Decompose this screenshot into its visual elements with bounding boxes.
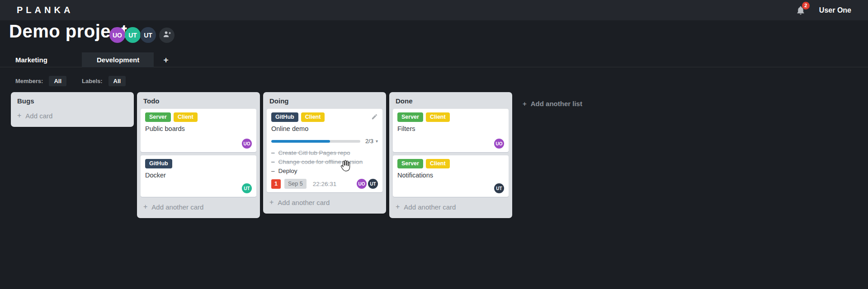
labels-row: Server Client <box>397 159 504 168</box>
tab-development[interactable]: Development <box>82 52 154 67</box>
plus-icon: + <box>523 100 527 107</box>
avatar: UT <box>242 183 252 193</box>
avatar[interactable]: UT <box>125 27 141 43</box>
add-another-card-button[interactable]: + Add another card <box>263 196 386 213</box>
task-text: Change code for offline version <box>278 158 363 167</box>
due-count-badge: 1 <box>271 179 281 189</box>
top-bar: PLANKA 2 User One <box>0 0 868 20</box>
project-members: UO UT UT <box>109 27 175 43</box>
task-list: – Create GitHub Pages repo – Change code… <box>271 149 378 176</box>
list-bugs: Bugs + Add card <box>11 92 134 127</box>
add-card-label: Add card <box>25 112 52 120</box>
card-online-demo[interactable]: GitHub Client Online demo 2/3 ▾ – Create… <box>267 109 382 192</box>
add-card-label: Add another card <box>278 199 330 206</box>
card-label: Server <box>397 112 423 122</box>
labels-row: Server Client <box>397 112 504 122</box>
avatar: UO <box>494 139 504 149</box>
avatar: UO <box>242 139 252 149</box>
avatar: UT <box>494 183 504 193</box>
plus-icon: + <box>17 112 21 120</box>
card-label: Server <box>397 159 423 168</box>
card-label: Server <box>145 112 171 122</box>
task-item: – Create GitHub Pages repo <box>271 149 378 158</box>
dash-icon: – <box>271 167 275 176</box>
avatar[interactable]: UO <box>109 27 125 43</box>
add-another-list-button[interactable]: + Add another list <box>515 95 590 112</box>
add-another-card-button[interactable]: + Add another card <box>389 200 512 217</box>
task-text: Deploy <box>278 167 297 176</box>
add-board-button[interactable]: + <box>159 52 173 67</box>
labels-filter-label: Labels: <box>82 78 103 84</box>
user-menu[interactable]: User One <box>819 6 851 14</box>
list-title[interactable]: Done <box>389 92 512 109</box>
card-label: GitHub <box>271 112 298 122</box>
card-notifications[interactable]: Server Client Notifications UT <box>393 155 509 197</box>
card-label: GitHub <box>145 159 172 168</box>
add-card-button[interactable]: + Add card <box>11 109 134 126</box>
timer-value: 22:26:31 <box>313 181 337 187</box>
add-list-label: Add another list <box>531 100 582 107</box>
card-public-boards[interactable]: Server Client Public boards UO <box>141 109 256 152</box>
pencil-icon <box>371 114 378 121</box>
dash-icon: – <box>271 158 275 167</box>
plus-icon: + <box>143 203 147 211</box>
tab-marketing[interactable]: Marketing <box>15 52 47 67</box>
due-date-badge: Sep 5 <box>284 179 307 189</box>
card-members: UO UT <box>357 179 378 189</box>
add-card-label: Add another card <box>151 203 203 211</box>
planka-logo: PLANKA <box>17 5 73 15</box>
card-members: UT <box>397 183 504 193</box>
list-title[interactable]: Todo <box>137 92 260 109</box>
board-tabs: Marketing Development + <box>0 52 868 67</box>
dash-icon: – <box>271 149 275 158</box>
card-members: UO <box>145 139 252 149</box>
notifications-button[interactable]: 2 <box>796 5 806 15</box>
card-name: Filters <box>397 125 504 132</box>
card-members: UO <box>397 139 504 149</box>
task-item: – Deploy <box>271 167 378 176</box>
progress-fill <box>271 140 330 143</box>
card-docker[interactable]: GitHub Docker UT <box>141 155 256 197</box>
members-filter-label: Members: <box>15 78 43 84</box>
plus-icon: + <box>269 198 274 206</box>
avatar: UO <box>357 179 367 189</box>
topbar-right: 2 User One <box>796 5 851 15</box>
list-title[interactable]: Bugs <box>11 92 134 109</box>
add-member-button[interactable] <box>159 28 175 43</box>
card-label: Client <box>426 112 450 122</box>
progress-fraction: 2/3 <box>365 138 373 144</box>
card-members: UT <box>145 183 252 193</box>
list-done: Done Server Client Filters UO Server Cli… <box>389 92 512 218</box>
chevron-down-icon[interactable]: ▾ <box>376 139 378 144</box>
card-name: Online demo <box>271 125 378 132</box>
labels-row: GitHub <box>145 159 252 168</box>
labels-row: GitHub Client <box>271 112 378 122</box>
avatar: UT <box>368 179 378 189</box>
card-meta: 1 Sep 5 22:26:31 UO UT <box>271 179 378 189</box>
card-name: Notifications <box>397 172 504 179</box>
card-label: Client <box>301 112 325 122</box>
list-todo: Todo Server Client Public boards UO GitH… <box>137 92 260 218</box>
board: Bugs + Add card Todo Server Client Publi… <box>11 92 590 218</box>
notification-count-badge: 2 <box>802 2 810 9</box>
card-label: Client <box>426 159 450 168</box>
card-filters[interactable]: Server Client Filters UO <box>393 109 509 152</box>
card-label: Client <box>174 112 198 122</box>
list-doing: Doing GitHub Client Online demo 2/3 ▾ <box>263 92 386 214</box>
add-another-card-button[interactable]: + Add another card <box>137 200 260 217</box>
filter-bar: Members: All Labels: All <box>15 76 126 86</box>
add-card-label: Add another card <box>404 203 456 211</box>
avatar[interactable]: UT <box>140 27 156 43</box>
card-name: Docker <box>145 172 252 179</box>
edit-card-button[interactable] <box>371 113 378 120</box>
labels-row: Server Client <box>145 112 252 122</box>
list-title[interactable]: Doing <box>263 92 386 109</box>
progress-bar <box>271 140 360 143</box>
task-text: Create GitHub Pages repo <box>278 149 350 158</box>
card-name: Public boards <box>145 125 252 132</box>
plus-icon: + <box>396 203 400 211</box>
members-filter-value[interactable]: All <box>49 76 66 86</box>
task-item: – Change code for offline version <box>271 158 378 167</box>
tasks-progress: 2/3 ▾ <box>271 138 378 144</box>
labels-filter-value[interactable]: All <box>108 76 126 86</box>
